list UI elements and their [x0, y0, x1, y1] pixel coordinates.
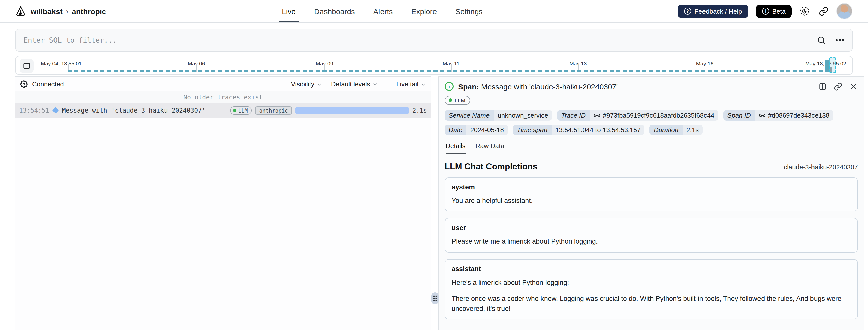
user-avatar[interactable]	[836, 3, 852, 19]
message-card-system: system You are a helpful assistant.	[444, 177, 858, 211]
sql-filter-input[interactable]	[16, 29, 817, 51]
message-card-assistant: assistant Here's a limerick about Python…	[444, 259, 858, 320]
nav-actions: ? Feedback / Help i Beta	[677, 0, 852, 22]
question-circle-icon: ?	[684, 7, 691, 14]
property-date: Date 2024-05-18	[444, 124, 508, 135]
chevron-down-icon	[421, 82, 426, 87]
tab-details[interactable]: Details	[445, 142, 466, 154]
panel-resize-divider[interactable]	[432, 76, 438, 330]
link-icon	[594, 112, 600, 118]
sql-filter-bar	[15, 29, 853, 52]
tab-raw-data[interactable]: Raw Data	[476, 142, 504, 153]
app-logo-icon[interactable]	[15, 5, 26, 17]
chevron-down-icon	[373, 82, 378, 87]
time-range-chart: May 04, 13:55:01 May 06 May 09 May 11 Ma…	[15, 56, 853, 75]
tab-live[interactable]: Live	[282, 0, 296, 22]
message-content: Please write me a limerick about Python …	[452, 237, 851, 246]
divider	[387, 77, 387, 91]
span-diamond-icon	[53, 107, 59, 113]
span-title: Span: Message with 'claude-3-haiku-20240…	[458, 82, 618, 91]
trace-list-controls: Visibility Default levels Live tail	[291, 77, 426, 91]
top-nav: willbakst › anthropic Live Dashboards Al…	[0, 0, 868, 23]
copy-link-icon[interactable]	[833, 82, 842, 91]
trace-title: Message with 'claude-3-haiku-20240307'	[62, 107, 206, 114]
property-span-id[interactable]: Span ID #d08697de343ce138	[723, 110, 833, 120]
timeline-activity-spike[interactable]	[825, 60, 830, 72]
green-dot-icon	[233, 109, 236, 112]
timeline-tick: May 13	[578, 58, 595, 67]
breadcrumb-separator: ›	[66, 7, 68, 15]
message-card-user: user Please write me a limerick about Py…	[444, 218, 858, 252]
drag-handle-icon[interactable]	[431, 292, 438, 304]
trace-list-panel: Connected Visibility Default levels	[14, 76, 432, 330]
default-levels-dropdown[interactable]: Default levels	[331, 80, 378, 88]
timeline-tick: May 06	[196, 58, 214, 67]
span-header: i Span: Message with 'claude-3-haiku-202…	[444, 82, 858, 91]
gear-icon[interactable]	[20, 80, 28, 88]
trace-list-header: Connected Visibility Default levels	[15, 77, 431, 91]
message-content: Here's a limerick about Python logging:	[452, 277, 851, 287]
trace-row-meta: LLM anthropic 2.1s	[230, 106, 427, 114]
chevron-down-icon	[317, 82, 322, 87]
tab-settings[interactable]: Settings	[455, 0, 483, 22]
connection-status: Connected	[32, 80, 64, 88]
llm-section-header: LLM Chat Completions claude-3-haiku-2024…	[444, 161, 858, 172]
filter-actions	[817, 35, 852, 45]
side-by-side-view-icon[interactable]	[818, 82, 827, 91]
property-service-name: Service Name unknown_service	[444, 110, 552, 120]
property-trace-id[interactable]: Trace ID #973fba5919cf9c618aafdb2635f68c…	[557, 110, 718, 120]
live-tail-dropdown[interactable]: Live tail	[396, 80, 426, 88]
main-content: Connected Visibility Default levels	[0, 76, 868, 330]
llm-badge: LLM	[230, 106, 252, 114]
search-icon[interactable]	[817, 35, 826, 45]
message-role: assistant	[452, 265, 851, 272]
beta-button[interactable]: i Beta	[756, 4, 792, 18]
link-icon	[759, 112, 766, 118]
green-dot-icon	[448, 98, 452, 102]
no-older-traces-message: No older traces exist	[15, 91, 431, 103]
beta-label: Beta	[772, 7, 786, 15]
collapse-sidebar-icon[interactable]	[20, 59, 34, 73]
trace-duration: 2.1s	[412, 107, 427, 114]
trace-timestamp: 13:54:51	[19, 107, 49, 114]
trace-row[interactable]: 13:54:51 Message with 'claude-3-haiku-20…	[15, 103, 431, 118]
visibility-dropdown[interactable]: Visibility	[291, 80, 322, 88]
timeline-tick: May 04, 13:55:01	[68, 58, 109, 67]
property-duration: Duration 2.1s	[650, 124, 703, 135]
llm-badge: LLM	[444, 96, 470, 105]
more-options-icon[interactable]	[835, 39, 844, 42]
span-badges: LLM	[444, 95, 858, 105]
duration-bar	[296, 107, 409, 113]
span-info-icon: i	[444, 82, 454, 91]
breadcrumb-org[interactable]: willbakst	[31, 7, 63, 15]
section-title: LLM Chat Completions	[444, 161, 537, 172]
tab-explore[interactable]: Explore	[411, 0, 437, 22]
feedback-help-button[interactable]: ? Feedback / Help	[677, 4, 748, 18]
breadcrumb: willbakst › anthropic	[15, 0, 106, 22]
timeline-selection-cursor[interactable]	[829, 57, 836, 73]
timeline-tick: May 18, 13:55:02	[832, 58, 868, 67]
timeline-tick: May 09	[324, 58, 342, 67]
feedback-help-label: Feedback / Help	[694, 7, 742, 15]
span-header-actions	[818, 82, 858, 91]
tab-dashboards[interactable]: Dashboards	[314, 0, 355, 22]
message-content: You are a helpful assistant.	[452, 196, 851, 205]
info-circle-icon: i	[762, 7, 769, 14]
tab-alerts[interactable]: Alerts	[373, 0, 393, 22]
theme-toggle-icon[interactable]	[799, 5, 810, 17]
app-window: willbakst › anthropic Live Dashboards Al…	[0, 0, 868, 330]
property-time-span: Time span 13:54:51.044 to 13:54:53.157	[513, 124, 645, 135]
timeline-activity-bars[interactable]	[68, 70, 831, 72]
close-icon[interactable]	[849, 82, 858, 91]
provider-badge: anthropic	[255, 106, 292, 114]
breadcrumb-project[interactable]: anthropic	[72, 7, 106, 15]
message-role: system	[452, 183, 851, 190]
span-details-panel: i Span: Message with 'claude-3-haiku-202…	[438, 76, 865, 330]
timeline-tick: May 11	[451, 58, 468, 67]
timeline-tick: May 16	[705, 58, 722, 67]
message-role: user	[452, 224, 851, 232]
span-properties: Service Name unknown_service Trace ID #9…	[444, 110, 858, 135]
model-name: claude-3-haiku-20240307	[784, 163, 858, 171]
chat-messages: system You are a helpful assistant. user…	[444, 177, 858, 320]
share-link-icon[interactable]	[818, 5, 829, 17]
